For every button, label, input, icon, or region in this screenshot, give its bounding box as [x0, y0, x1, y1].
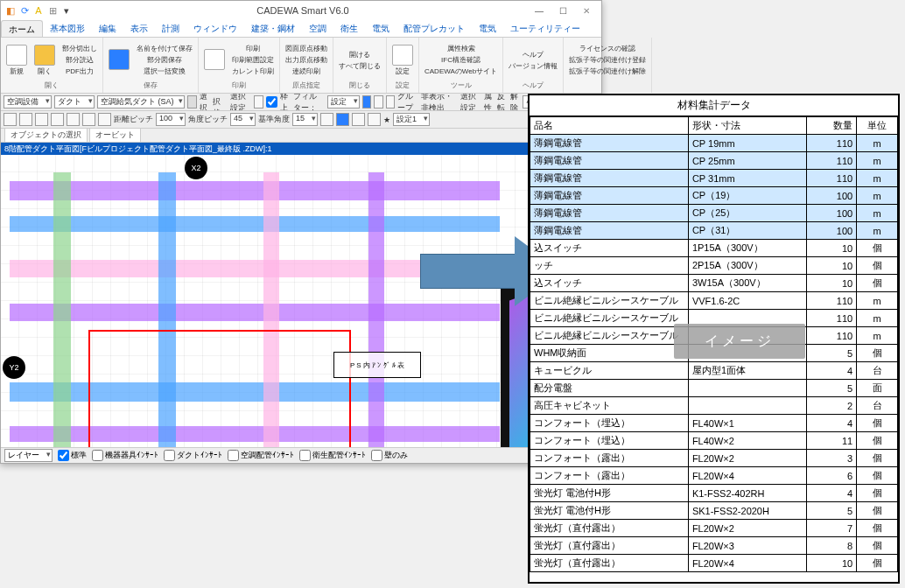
table-row: コンフォート（埋込）FL40W×211個 — [530, 432, 898, 450]
layer-button[interactable]: レイヤー — [4, 449, 53, 462]
tab[interactable]: 表示 — [123, 20, 155, 37]
crumb-item[interactable]: オービット — [89, 128, 141, 143]
tool-icon[interactable] — [336, 113, 349, 126]
tool-icon[interactable] — [362, 95, 372, 108]
minimize-button[interactable]: — — [528, 3, 551, 18]
table-row: 薄鋼電線管CP 25mm110m — [530, 152, 898, 170]
col-unit: 単位 — [857, 117, 898, 135]
table-row: コンフォート（埋込）FL40W×14個 — [530, 415, 898, 432]
group-label — [566, 80, 649, 91]
group-label: ツール — [422, 80, 500, 91]
tool-icon[interactable] — [368, 113, 381, 126]
group-label: 設定 — [389, 80, 416, 91]
setting-combo[interactable]: 設定1 — [393, 113, 430, 126]
layer-combo[interactable]: 空調設備 — [4, 95, 52, 108]
tool-icon[interactable] — [320, 113, 333, 126]
image-placeholder: イメージ — [674, 324, 805, 359]
table-row: キュービクル屋内型1面体4台 — [530, 362, 898, 380]
group-label: 原点指定 — [283, 80, 330, 91]
base-combo[interactable]: 15 — [292, 113, 318, 126]
group-label: 保存 — [106, 80, 195, 91]
tab[interactable]: 編集 — [92, 20, 123, 37]
axis-marker: X2 — [185, 157, 207, 179]
print-button[interactable] — [201, 48, 228, 72]
cad-app-window: ◧ ⟳ A ⊞ ▾ CADEWA Smart V6.0 — ☐ ✕ ホーム 基本… — [0, 0, 602, 464]
tool-icon[interactable] — [386, 95, 396, 108]
group-label: 閉じる — [336, 80, 383, 91]
snap-icon[interactable] — [35, 113, 48, 126]
table-row: 薄鋼電線管CP（25）100m — [530, 205, 898, 222]
save-button[interactable] — [106, 48, 132, 72]
table-title: 材料集計データ — [530, 95, 898, 116]
table-row: ッチ2P15A（300V）10個 — [530, 257, 898, 275]
tab[interactable]: 計測 — [155, 20, 186, 37]
table-row: 薄鋼電線管CP（19）100m — [530, 187, 898, 205]
table-row: 蛍光灯（直付露出）FL20W×410個 — [530, 555, 898, 572]
snap-icon[interactable] — [67, 113, 80, 126]
table-row: 込スイッチ1P15A（300V）10個 — [530, 240, 898, 257]
new-button[interactable]: 新規 — [4, 44, 30, 77]
tab[interactable]: 配管プレカット — [396, 20, 472, 37]
qat-icon[interactable]: A — [32, 4, 45, 17]
table-row: コンフォート（露出）FL20W×23個 — [530, 450, 898, 467]
duct-combo[interactable]: ダクト — [54, 95, 95, 108]
close-button[interactable]: ✕ — [575, 3, 598, 18]
qat-icon[interactable]: ▾ — [60, 4, 73, 17]
tab[interactable]: ユーティリティー — [503, 20, 587, 37]
tool-icon[interactable] — [352, 113, 365, 126]
col-name: 品名 — [530, 117, 689, 135]
snap-icon[interactable] — [4, 113, 17, 126]
table-row: 薄鋼電線管CP（31）100m — [530, 222, 898, 240]
tool-icon[interactable] — [187, 95, 197, 108]
ribbon: 新規 開く 部分切出し 部分読込 PDF出力 開く 名前を付けて保存 部分図保存… — [1, 38, 601, 94]
subduct-combo[interactable]: 空調給気ダクト (SA) — [97, 95, 185, 108]
table-row: 高圧キャビネット2台 — [530, 397, 898, 415]
status-bar: レイヤー 標準 機器器具ｲﾝｻｰﾄ ダクトｲﾝｻｰﾄ 空調配管ｲﾝｻｰﾄ 衛生配… — [1, 447, 601, 463]
partsave-button[interactable]: 部分図保存 — [134, 54, 195, 66]
crumb-item[interactable]: オブジェクトの選択 — [4, 128, 88, 143]
breadcrumb: オブジェクトの選択 オービット — [1, 129, 601, 143]
tab[interactable]: 空調 — [302, 20, 333, 37]
batch-button[interactable]: 選択一括変換 — [134, 66, 195, 77]
table-row: 込スイッチ3W15A（300V）10個 — [530, 275, 898, 292]
angle-combo[interactable]: 45 — [230, 113, 256, 126]
tab[interactable]: 建築・鋼材 — [244, 20, 302, 37]
snap-icon[interactable] — [19, 113, 32, 126]
table-row: 薄鋼電線管CP 19mm110m — [530, 135, 898, 152]
filter-combo[interactable]: 設定 — [327, 95, 360, 108]
settings-button[interactable]: 設定 — [389, 44, 416, 77]
tab[interactable]: 衛生 — [333, 20, 365, 37]
snap-icon[interactable] — [51, 113, 64, 126]
tool-icon[interactable] — [254, 95, 263, 108]
titlebar: ◧ ⟳ A ⊞ ▾ CADEWA Smart V6.0 — ☐ ✕ — [1, 1, 601, 20]
tool-icon[interactable] — [374, 95, 383, 108]
tab-home[interactable]: ホーム — [1, 20, 43, 37]
group-label: 開く — [4, 80, 100, 91]
col-qty: 数量 — [807, 117, 857, 135]
options-bar: 空調設備 ダクト 空調給気ダクト (SA) 選択 選択状 選択設定 枠上 フィル… — [1, 94, 601, 111]
tab[interactable]: 電気 — [365, 20, 396, 37]
qat-icon[interactable]: ◧ — [4, 4, 17, 17]
open-button[interactable]: 開く — [32, 44, 58, 77]
readin-button[interactable]: 部分読込 — [60, 54, 100, 66]
col-spec: 形状・寸法 — [688, 117, 806, 135]
snap-icon[interactable] — [82, 113, 95, 126]
tab[interactable]: 電気 — [472, 20, 503, 37]
table-row: 蛍光灯 電池付H形K1-FSS2-402RH4個 — [530, 485, 898, 502]
tab[interactable]: ウィンドウ — [186, 20, 244, 37]
options-bar-2: 距離ピッチ 100 角度ピッチ 45 基準角度 15 ★ 設定1 — [1, 111, 601, 129]
table-row: 蛍光灯（直付露出）FL20W×38個 — [530, 537, 898, 555]
pitch-combo[interactable]: 100 — [156, 113, 186, 126]
saveas-button[interactable]: 名前を付けて保存 — [134, 43, 195, 54]
qat-icon[interactable]: ⟳ — [18, 4, 31, 17]
tab[interactable]: 基本図形 — [43, 20, 92, 37]
snap-icon[interactable] — [98, 113, 111, 126]
cut-button[interactable]: 部分切出し — [60, 43, 100, 54]
qat: ◧ ⟳ A ⊞ ▾ — [4, 4, 73, 17]
qat-icon[interactable]: ⊞ — [46, 4, 59, 17]
table-row: 配分電盤5面 — [530, 380, 898, 397]
pdf-button[interactable]: PDF出力 — [60, 66, 100, 77]
frame-check[interactable] — [266, 96, 277, 108]
group-label: 印刷 — [201, 80, 277, 91]
maximize-button[interactable]: ☐ — [551, 3, 574, 18]
